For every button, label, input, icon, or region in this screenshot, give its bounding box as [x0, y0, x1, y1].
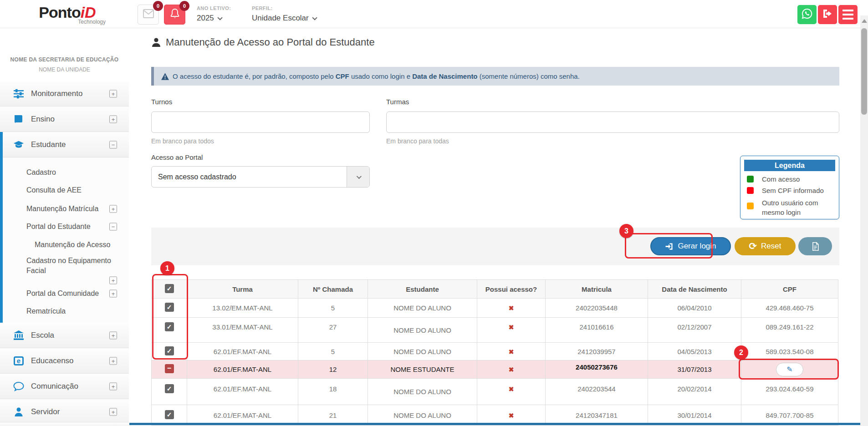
page-title: Manutenção de Acesso ao Portal do Estuda…	[151, 36, 375, 48]
person-icon	[151, 37, 161, 47]
turmas-input[interactable]	[386, 112, 839, 133]
ano-letivo-select[interactable]: 2025	[197, 14, 221, 23]
row-checkbox[interactable]	[165, 303, 174, 312]
expand-icon[interactable]	[109, 383, 117, 390]
table-row: 62.01/EF.MAT-ANL 18 NOME DO ALUNO ✖ 2402…	[152, 379, 838, 405]
sidebar-item-partial	[0, 422, 129, 426]
comment-icon	[12, 381, 26, 391]
sidebar-item-educacenso[interactable]: e Educacenso	[0, 348, 129, 374]
bottom-border	[129, 423, 860, 425]
envelope-icon	[143, 9, 154, 20]
sidebar-item-cadastro-equipamento-facial[interactable]: Cadastro no Equipamento Facial	[26, 256, 113, 276]
toolbar-panel: Gerar login ⟳ Reset	[151, 228, 839, 265]
table-row: 33.01/EM.MAT-ANL 27 NOME DO ALUNO ✖ 2410…	[152, 318, 838, 343]
sidebar-item-comunicacao[interactable]: Comunicação	[0, 374, 129, 399]
expand-icon[interactable]	[109, 357, 117, 365]
scrollbar-thumb[interactable]	[861, 28, 867, 115]
sidebar-item-servidor[interactable]: Servidor	[0, 399, 129, 425]
edit-cpf-button[interactable]: ✎	[776, 363, 803, 376]
turnos-input[interactable]	[151, 112, 370, 133]
expand-icon[interactable]	[109, 408, 117, 416]
sidebar-item-portal-da-comunidade[interactable]: Portal da Comunidade	[26, 289, 99, 298]
legend-title: Legenda	[744, 160, 835, 171]
messages-badge: 0	[153, 1, 163, 11]
graduation-cap-icon	[12, 140, 26, 150]
col-chamada: Nº Chamada	[298, 280, 368, 299]
table-header-row: Turma Nº Chamada Estudante Possui acesso…	[152, 280, 838, 299]
whatsapp-icon	[802, 8, 812, 21]
green-square-icon	[747, 176, 754, 183]
collapse-icon[interactable]	[109, 223, 117, 231]
alert-text: O acesso do estudante é, por padrão, com…	[173, 72, 580, 80]
table-row: 62.01/EF.MAT-ANL 21 NOME DO ALUNO ✖ 2412…	[152, 405, 838, 426]
logout-button[interactable]	[818, 5, 837, 24]
main-content: Manutenção de Acesso ao Portal do Estuda…	[129, 28, 860, 426]
col-turma: Turma	[187, 280, 298, 299]
sign-in-icon	[665, 242, 674, 251]
acesso-portal-select[interactable]: Sem acesso cadastrado	[151, 166, 370, 188]
chevron-down-icon	[217, 15, 222, 20]
topbar: PontoiD Technology 0 0 ANO LETIVO: 2025 …	[0, 0, 868, 28]
annotation-step-2: 2	[734, 345, 748, 360]
expand-icon[interactable]	[109, 205, 117, 213]
col-matricula: Matricula	[546, 280, 648, 299]
expand-icon[interactable]	[109, 290, 117, 298]
no-access-icon: ✖	[509, 366, 514, 373]
no-access-icon: ✖	[509, 324, 514, 331]
collapse-icon[interactable]	[109, 141, 117, 149]
messages-button[interactable]: 0	[138, 5, 159, 25]
expand-icon[interactable]	[109, 90, 117, 98]
select-dropdown-button[interactable]	[347, 167, 369, 187]
row-checkbox[interactable]	[165, 410, 174, 419]
no-access-icon: ✖	[509, 412, 514, 419]
sidebar-item-portal-do-estudante[interactable]: Portal do Estudante	[26, 223, 91, 231]
annotation-step-3: 3	[619, 224, 633, 238]
row-checkbox[interactable]	[165, 322, 174, 331]
sidebar-item-escola[interactable]: Escola	[0, 323, 129, 348]
table-row-highlighted: 62.01/EF.MAT-ANL 12 NOME ESTUDANTE ✖ 240…	[152, 360, 838, 379]
gerar-login-button[interactable]: Gerar login	[650, 237, 731, 255]
expand-icon[interactable]	[109, 116, 117, 123]
select-all-header	[152, 280, 187, 299]
row-checkbox[interactable]	[165, 384, 174, 393]
expand-icon[interactable]	[109, 332, 117, 340]
scrollbar-up-arrow[interactable]	[862, 19, 867, 23]
select-all-checkbox[interactable]	[165, 284, 174, 293]
hamburger-icon	[842, 10, 853, 11]
expand-icon[interactable]	[109, 277, 117, 284]
user-icon	[12, 407, 26, 417]
chevron-down-icon	[312, 15, 317, 20]
secretaria-name: NOME DA SECRETARIA DE EDUCAÇÃO	[0, 56, 129, 63]
legend-item-sem-cpf: Sem CPF informado	[747, 187, 835, 194]
sidebar-item-rematricula[interactable]: Rematrícula	[26, 307, 66, 315]
hamburger-menu-button[interactable]	[838, 5, 858, 24]
sidebar-item-monitoramento[interactable]: Monitoramento	[0, 81, 129, 106]
warning-icon	[161, 73, 169, 80]
book-icon	[12, 114, 26, 124]
sidebar-item-ensino[interactable]: Ensino	[0, 106, 129, 132]
notifications-button[interactable]: 0	[164, 5, 185, 25]
vertical-scrollbar[interactable]	[860, 15, 868, 426]
turmas-label: Turmas	[386, 98, 409, 106]
logout-icon	[822, 9, 833, 20]
sidebar-item-cadastro[interactable]: Cadastro	[26, 168, 56, 177]
report-button[interactable]	[798, 237, 832, 255]
acesso-portal-label: Acesso ao Portal	[151, 153, 203, 161]
sidebar-item-manutencao-de-acesso[interactable]: Manutenção de Acesso	[35, 241, 110, 249]
perfil-select[interactable]: Unidade Escolar	[252, 14, 316, 23]
whatsapp-button[interactable]	[797, 5, 817, 24]
row-checkbox-indeterminate[interactable]	[165, 364, 174, 373]
col-possui-acesso: Possui acesso?	[477, 280, 546, 299]
sidebar-item-estudante[interactable]: Estudante	[0, 132, 129, 157]
bell-icon	[170, 9, 179, 20]
sidebar: NOME DA SECRETARIA DE EDUCAÇÃO NOME DA U…	[0, 28, 129, 426]
sidebar-item-consulta-aee[interactable]: Consulta de AEE	[26, 186, 82, 194]
pencil-icon: ✎	[786, 365, 792, 374]
legend-item-com-acesso: Com acesso	[747, 175, 835, 183]
col-nascimento: Data de Nascimento	[648, 280, 741, 299]
reset-button[interactable]: ⟳ Reset	[735, 237, 796, 255]
acesso-portal-value: Sem acesso cadastrado	[152, 173, 347, 181]
active-section-indicator	[0, 132, 3, 323]
sidebar-item-manutencao-matricula[interactable]: Manutenção Matrícula	[26, 205, 98, 213]
row-checkbox[interactable]	[165, 346, 174, 355]
